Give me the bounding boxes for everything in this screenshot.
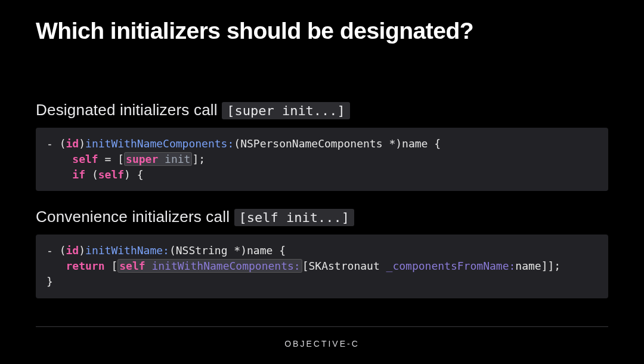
- section2-label-text: Convenience initializers call: [36, 208, 234, 226]
- c1-l3a: [47, 168, 72, 181]
- c2-l1b: ): [79, 244, 85, 257]
- c2-l1c: (NSString *)name {: [169, 244, 286, 257]
- c1-l2-super: super: [126, 153, 158, 165]
- code-block-designated: - (id)initWithNameComponents:(NSPersonNa…: [36, 128, 608, 191]
- c2-l2-sp: [145, 260, 152, 272]
- c1-l3-if: if: [72, 168, 85, 181]
- c1-l2-self: self: [72, 153, 98, 165]
- c2-l2d: name]];: [515, 260, 561, 272]
- c2-l3: }: [47, 275, 53, 288]
- c2-l2-ret: return: [66, 260, 105, 272]
- c2-l2c: [SKAstronaut: [302, 260, 386, 272]
- slide-root: Which initializers should be designated?…: [0, 0, 644, 364]
- c2-l1a: - (: [47, 244, 66, 257]
- c1-l3c: ) {: [124, 168, 144, 181]
- c1-l1-sel: initWithNameComponents:: [85, 137, 234, 150]
- section2-label: Convenience initializers call [self init…: [36, 208, 608, 226]
- section1-label-code: [super init...]: [222, 102, 350, 119]
- c1-l1b: ): [79, 137, 85, 150]
- c1-l2c: ];: [192, 153, 205, 165]
- c2-l2-self: self: [119, 260, 145, 272]
- c1-l3-self: self: [98, 168, 124, 181]
- c2-l1-id: id: [66, 244, 79, 257]
- c1-l1c: (NSPersonNameComponents *)name {: [234, 137, 441, 150]
- c2-l2-sel: initWithNameComponents:: [151, 260, 300, 272]
- c1-l2b: = [: [98, 153, 124, 165]
- footer-divider: [36, 326, 608, 327]
- slide-title: Which initializers should be designated?: [36, 18, 608, 44]
- c2-l2a: [47, 260, 66, 272]
- c1-l2a: [47, 153, 72, 165]
- c2-l1-sel: initWithName:: [85, 244, 169, 257]
- code-block-convenience: - (id)initWithName:(NSString *)name { re…: [36, 235, 608, 298]
- c1-l1a: - (: [47, 137, 66, 150]
- c2-l2-sel2: _componentsFromName:: [386, 260, 516, 272]
- section2-label-code: [self init...]: [234, 209, 354, 226]
- c1-l2-sp: [158, 153, 165, 165]
- c1-l2-init: init: [165, 153, 190, 165]
- footer-label: OBJECTIVE-C: [0, 339, 644, 348]
- section1-label: Designated initializers call [super init…: [36, 101, 608, 119]
- c1-l1-id: id: [66, 137, 79, 150]
- section1-label-text: Designated initializers call: [36, 101, 222, 119]
- c1-l3b: (: [85, 168, 98, 181]
- c2-l2b: [: [105, 260, 118, 272]
